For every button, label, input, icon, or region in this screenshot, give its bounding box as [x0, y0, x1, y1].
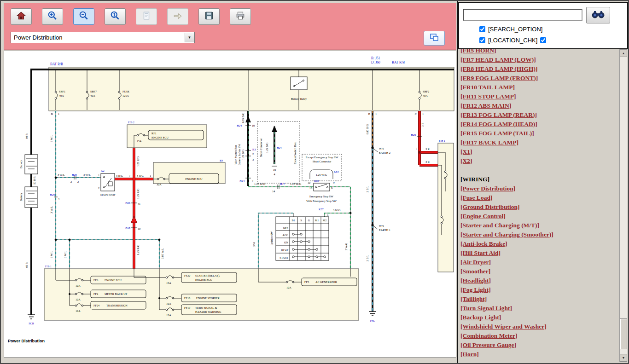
main-red-wire: H26 41 H18 10 1.25 R/G 1.25 R/G 1.25 R/G [125, 148, 140, 269]
nav-link[interactable]: [Hill Start Aid] [460, 248, 619, 258]
toolbar-button-row [11, 8, 251, 25]
scroll-thumb[interactable] [620, 318, 627, 349]
connector-id: H24 [237, 124, 242, 127]
annotation: W/S [379, 224, 384, 227]
pin-number: 2 [98, 186, 99, 190]
nav-link[interactable]: [Smoother] [460, 267, 619, 276]
connector-id: H20 [411, 133, 416, 136]
nav-link[interactable]: [Ground Distribution] [460, 202, 619, 212]
nav-link[interactable]: [FR10 TAIL LAMP] [460, 83, 619, 92]
nav-link[interactable]: [FR8 HEAD LAMP (HIGH)] [460, 64, 619, 74]
nav-link[interactable]: [FR15 FOG LAMP (TAIL)] [460, 129, 619, 138]
zoom-in-icon [47, 11, 58, 23]
wire-label: 1.25 R/G [136, 156, 140, 167]
pin-number: 1 [98, 173, 99, 177]
sidebar-scrollbar[interactable]: ▲ ▼ [619, 49, 627, 362]
wiring-diagram: BAT R/B B: J51 D: J60 BAT R/B SBF1 40A S… [4, 51, 456, 357]
diagram-select-value: Power Distribution [14, 34, 63, 41]
column-header: S [300, 219, 302, 222]
location-chk-checkbox[interactable] [479, 37, 485, 43]
nav-link[interactable]: [X1] [460, 147, 619, 156]
nav-link[interactable]: [Fuse Load] [460, 193, 619, 202]
nav-link[interactable]: [Backup Light] [460, 313, 619, 322]
connector-id: R3 [252, 148, 256, 151]
connector-id: H26 [125, 201, 130, 204]
location-chk-extra-checkbox[interactable] [540, 37, 546, 43]
connector-id: H20 [50, 193, 55, 196]
diagram-select[interactable]: Power Distribution ▼ [11, 32, 195, 43]
nav-link[interactable]: [FR12 ABS MAIN] [460, 101, 619, 110]
nav-link[interactable]: [X2] [460, 156, 619, 166]
save-button[interactable] [198, 8, 220, 25]
search-button[interactable] [586, 7, 610, 23]
nav-link[interactable]: [Fog Light] [460, 285, 619, 295]
zoom-actual-icon [110, 11, 120, 23]
nav-link[interactable]: [Headlight] [460, 276, 619, 285]
nav-link[interactable]: [FR14 FOG LAMP (HEAD)] [460, 120, 619, 129]
pin-number: 2 [77, 180, 79, 183]
toolbar: Power Distribution ▼ [4, 3, 456, 50]
engine-ecu-box: E9 30A ENGINE ECU [153, 159, 225, 186]
nav-section-header: [WIRING] [460, 175, 619, 184]
fuse-desc: ENGINE STOPPER [196, 296, 220, 300]
pin-number: 2 [252, 152, 254, 156]
fuse-id: FF6 [93, 278, 98, 282]
annotation: Except Switch Box [293, 142, 297, 164]
search-input[interactable] [463, 9, 582, 21]
nav-link[interactable]: [Anti-lock Brake] [460, 239, 619, 248]
component-label: Short Connector [313, 160, 332, 163]
nav-link[interactable]: [Turn Signal Light] [460, 304, 619, 313]
column-header: B1 [291, 219, 295, 222]
box-label: F/B 1 [439, 139, 445, 142]
nav-link[interactable]: [FR17 BACK LAMP] [460, 138, 619, 147]
nav-link[interactable]: [Combination Meter] [460, 331, 619, 341]
nav-link[interactable]: [Windshield Wiper and Washer] [460, 322, 619, 331]
home-button[interactable] [11, 8, 32, 25]
nav-link[interactable]: [FR9 FOG LAMP (FRONT)] [460, 74, 619, 83]
wire-label: 1.25 R/G [136, 188, 140, 199]
fit-page-button[interactable] [136, 8, 157, 25]
wire-label: 3 W/L [50, 251, 53, 258]
location-chk-row: [LOCATION_CHK] [479, 37, 546, 44]
forward-button[interactable] [167, 8, 188, 25]
search-option-checkbox[interactable] [479, 26, 485, 32]
nav-link[interactable]: [Horn] [460, 350, 619, 359]
open-new-window-button[interactable] [424, 31, 445, 46]
diagram-caption: Power Distribution [8, 339, 45, 343]
main-relay: X2 MAIN Relay 1 2 3 R/G 7 3 R/G 1 [98, 169, 153, 196]
wire-label: 0.85 B/G [366, 124, 369, 134]
nav-link[interactable]: [FR5 HORN] [460, 49, 619, 55]
pin-number: 7 [129, 174, 130, 177]
except-emergency-box: Except Emergency Stop SW Short Connector… [302, 154, 342, 184]
nav-link[interactable]: [Starter and Charging (M/T)] [460, 221, 619, 230]
wire-label: 3 R/G [116, 174, 123, 177]
nav-link[interactable]: [Engine Control] [460, 212, 619, 221]
scroll-down-arrow[interactable]: ▼ [620, 354, 627, 362]
zoom-in-button[interactable] [42, 8, 63, 25]
nav-link[interactable]: [Taillight] [460, 295, 619, 304]
box-label: F/B 1 [45, 265, 52, 268]
zoom-out-button[interactable] [73, 8, 94, 25]
nav-link[interactable]: [Starter and Charging (Smoother)] [460, 230, 619, 239]
fit-page-icon [141, 11, 151, 23]
wire-label: 3 W/L [64, 251, 67, 258]
print-button[interactable] [230, 8, 251, 25]
battery-chain: Battery Battery 60 B 50 B/R 60 B FCB [19, 69, 38, 325]
diagram-panel[interactable]: BAT R/B B: J51 D: J60 BAT R/B SBF1 40A S… [4, 51, 456, 358]
nav-link[interactable]: [FR11 STOP LAMP] [460, 92, 619, 101]
scroll-up-arrow[interactable]: ▲ [620, 49, 627, 57]
up-arrow [131, 216, 137, 223]
combo-dropdown-arrow[interactable]: ▼ [185, 33, 194, 42]
nav-link[interactable]: [Power Distribution] [460, 184, 619, 193]
component-label: Battery [19, 160, 23, 168]
row-label: ACC [282, 233, 288, 237]
nav-link[interactable]: [FR7 HEAD LAMP (LOW)] [460, 55, 619, 64]
search-area: [SEARCH_OPTION] [LOCATION_CHK] [458, 2, 628, 49]
fuse-label: SBF1 [59, 90, 65, 93]
fuse-amp: 15A [166, 313, 171, 317]
zoom-actual-button[interactable] [105, 8, 126, 25]
nav-link[interactable]: [FR13 FOG LAMP (REAR)] [460, 110, 619, 120]
fuse-amp: 125A [122, 94, 129, 97]
nav-link[interactable]: [Oil Pressure Gauge] [460, 341, 619, 350]
nav-link[interactable]: [Air Dryer] [460, 258, 619, 267]
